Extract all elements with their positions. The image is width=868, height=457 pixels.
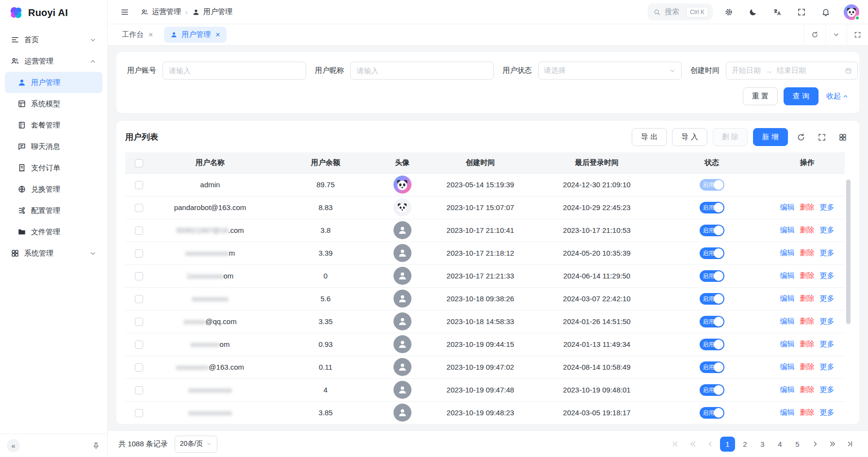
status-toggle[interactable]: 启用 [700, 247, 724, 259]
status-select[interactable]: 请选择 [538, 62, 682, 80]
dark-mode-button[interactable] [745, 4, 761, 20]
prev-page-button[interactable] [703, 437, 718, 452]
menu-toggle-button[interactable] [116, 4, 133, 20]
tab-options-button[interactable] [825, 24, 847, 45]
sidebar-item-user-management[interactable]: 用户管理 [5, 72, 102, 93]
edit-link[interactable]: 编辑 [780, 362, 795, 372]
delete-link[interactable]: 删除 [800, 362, 815, 372]
tab-1[interactable]: 工作台× [115, 27, 159, 43]
tab-refresh-button[interactable] [804, 24, 825, 45]
status-toggle[interactable]: 启用 [700, 407, 724, 419]
date-range-picker[interactable]: 开始日期 → 结束日期 [726, 62, 858, 80]
language-button[interactable] [769, 4, 786, 20]
status-toggle[interactable]: 启用 [700, 361, 724, 373]
page-button-4[interactable]: 4 [772, 437, 787, 452]
delete-link[interactable]: 删除 [800, 271, 815, 280]
sidebar-item-exchange-management[interactable]: 兑换管理 [5, 179, 102, 200]
status-toggle[interactable]: 启用 [700, 179, 724, 191]
edit-link[interactable]: 编辑 [780, 408, 795, 417]
delete-link[interactable]: 删除 [800, 340, 815, 349]
breadcrumb-user-management[interactable]: 用户管理 [192, 7, 232, 16]
refresh-button[interactable] [793, 130, 809, 145]
sidebar-item-config-management[interactable]: 配置管理 [5, 200, 102, 221]
tab-2[interactable]: 用户管理× [164, 27, 226, 43]
page-button-5[interactable]: 5 [790, 437, 805, 452]
user-menu-avatar[interactable] [844, 4, 859, 20]
sidebar-item-order-management[interactable]: 支付订单 [5, 157, 102, 179]
more-link[interactable]: 更多 [820, 362, 835, 372]
more-link[interactable]: 更多 [820, 248, 835, 258]
more-link[interactable]: 更多 [820, 317, 835, 326]
next-page-button[interactable] [807, 437, 822, 452]
status-toggle[interactable]: 启用 [700, 339, 724, 350]
table-scrollbar[interactable] [846, 175, 851, 424]
delete-button[interactable]: 删 除 [713, 128, 748, 146]
page-button-1[interactable]: 1 [720, 437, 735, 452]
more-link[interactable]: 更多 [820, 226, 835, 235]
sidebar-item-model-management[interactable]: 系统模型 [5, 93, 102, 114]
close-icon[interactable]: × [215, 31, 220, 39]
more-link[interactable]: 更多 [820, 203, 835, 212]
status-toggle[interactable]: 启用 [700, 293, 724, 305]
collapse-filters-link[interactable]: 收起 [826, 92, 849, 101]
edit-link[interactable]: 编辑 [780, 385, 795, 394]
account-input[interactable] [163, 62, 306, 80]
row-checkbox[interactable] [135, 272, 143, 280]
jump-forward-button[interactable] [825, 437, 840, 452]
page-button-2[interactable]: 2 [737, 437, 753, 452]
more-link[interactable]: 更多 [820, 294, 835, 303]
page-button-3[interactable]: 3 [755, 437, 770, 452]
status-toggle[interactable]: 启用 [700, 384, 724, 396]
tab-maximize-button[interactable] [847, 24, 868, 45]
fullscreen-button[interactable] [793, 4, 810, 20]
row-checkbox[interactable] [135, 295, 143, 303]
sidebar-item-file-management[interactable]: 文件管理 [5, 221, 102, 243]
pin-icon[interactable] [92, 441, 100, 450]
status-toggle[interactable]: 启用 [700, 316, 724, 327]
row-checkbox[interactable] [135, 227, 143, 235]
close-icon[interactable]: × [148, 31, 153, 39]
edit-link[interactable]: 编辑 [780, 340, 795, 349]
status-toggle[interactable]: 启用 [700, 270, 724, 282]
edit-link[interactable]: 编辑 [780, 271, 795, 280]
export-button[interactable]: 导 出 [632, 128, 667, 146]
nickname-input[interactable] [350, 62, 494, 80]
global-search[interactable]: 搜索 Ctrl K [648, 3, 713, 20]
import-button[interactable]: 导 入 [672, 128, 707, 146]
delete-link[interactable]: 删除 [800, 317, 815, 326]
table-fullscreen-button[interactable] [814, 130, 830, 145]
settings-button[interactable] [721, 4, 737, 20]
last-page-button[interactable] [842, 437, 857, 452]
row-checkbox[interactable] [135, 386, 143, 394]
status-toggle[interactable]: 启用 [700, 225, 724, 236]
more-link[interactable]: 更多 [820, 385, 835, 394]
sidebar-item-system[interactable]: 系统管理 [5, 243, 102, 264]
delete-link[interactable]: 删除 [800, 226, 815, 235]
more-link[interactable]: 更多 [820, 340, 835, 349]
more-link[interactable]: 更多 [820, 271, 835, 280]
select-all-checkbox[interactable] [135, 159, 143, 167]
row-checkbox[interactable] [135, 181, 143, 189]
page-size-select[interactable]: 20条/页 [175, 436, 217, 453]
edit-link[interactable]: 编辑 [780, 203, 795, 212]
search-button[interactable]: 查 询 [784, 87, 819, 105]
delete-link[interactable]: 删除 [800, 203, 815, 212]
more-link[interactable]: 更多 [820, 408, 835, 417]
row-checkbox[interactable] [135, 363, 143, 372]
delete-link[interactable]: 删除 [800, 385, 815, 394]
scrollbar-thumb[interactable] [846, 180, 851, 324]
sidebar-item-package-management[interactable]: 套餐管理 [5, 114, 102, 136]
sidebar-item-chat-management[interactable]: 聊天消息 [5, 136, 102, 157]
jump-back-button[interactable] [685, 437, 700, 452]
row-checkbox[interactable] [135, 204, 143, 212]
notifications-button[interactable] [818, 4, 834, 20]
sidebar-item-home[interactable]: 首页 [5, 29, 102, 50]
reset-button[interactable]: 重 置 [743, 87, 778, 105]
breadcrumb-operations[interactable]: 运营管理 [141, 7, 181, 16]
status-toggle[interactable]: 启用 [700, 202, 724, 213]
delete-link[interactable]: 删除 [800, 294, 815, 303]
first-page-button[interactable] [668, 437, 683, 452]
row-checkbox[interactable] [135, 318, 143, 326]
edit-link[interactable]: 编辑 [780, 226, 795, 235]
edit-link[interactable]: 编辑 [780, 317, 795, 326]
